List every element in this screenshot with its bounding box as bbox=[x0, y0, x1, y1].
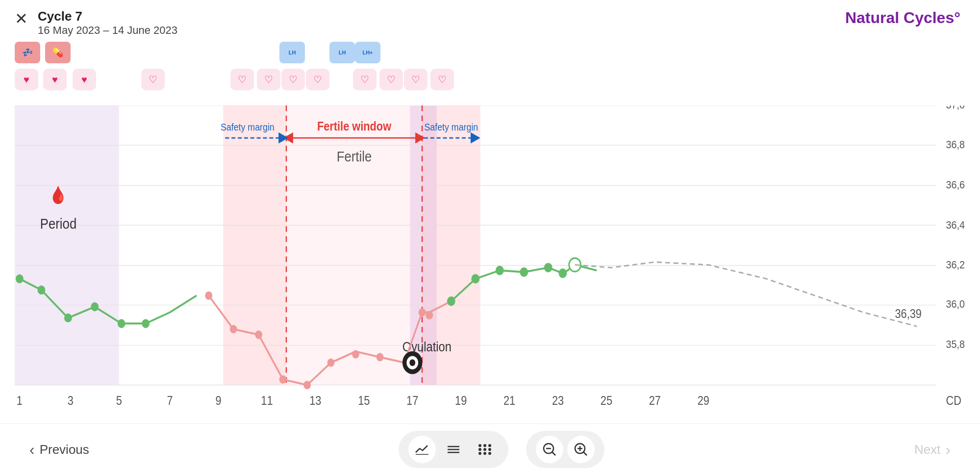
svg-point-25 bbox=[409, 359, 415, 366]
svg-point-31 bbox=[559, 269, 567, 278]
heart-6: ♡ bbox=[257, 69, 280, 90]
svg-point-28 bbox=[496, 266, 503, 275]
heart-12: ♡ bbox=[430, 69, 454, 90]
header-left: ✕ Cycle 7 16 May 2023 – 14 June 2023 bbox=[15, 9, 177, 37]
fertile-window-label: Fertile window bbox=[317, 120, 392, 133]
heart-5: ♡ bbox=[230, 69, 254, 90]
bar-chart-button[interactable] bbox=[440, 436, 467, 463]
svg-text:36,8: 36,8 bbox=[946, 138, 964, 151]
svg-point-17 bbox=[304, 381, 311, 389]
heart-4: ♡ bbox=[141, 69, 165, 90]
sleep-icon: 💤 bbox=[15, 42, 40, 63]
svg-point-26 bbox=[447, 297, 455, 306]
svg-point-69 bbox=[478, 448, 481, 451]
svg-point-38 bbox=[142, 319, 150, 328]
heart-10: ♡ bbox=[379, 69, 403, 90]
svg-text:17: 17 bbox=[406, 394, 418, 407]
toolbar: ‹ Previous bbox=[0, 423, 980, 475]
icons-area: 💤 💊 LH LH LH+ ♥ ♥ ♥ ♡ ♡ ♡ ♡ ♡ ♡ ♡ ♡ ♡ bbox=[0, 42, 980, 106]
cycle-date: 16 May 2023 – 14 June 2023 bbox=[38, 24, 177, 37]
svg-point-34 bbox=[37, 286, 45, 294]
svg-text:36,2: 36,2 bbox=[946, 258, 964, 271]
safety-margin-left-label: Safety margin bbox=[221, 122, 275, 132]
svg-point-67 bbox=[483, 444, 486, 447]
zoom-controls bbox=[526, 431, 604, 468]
zoom-out-button[interactable] bbox=[536, 436, 563, 463]
zoom-in-button[interactable] bbox=[567, 436, 595, 463]
svg-text:9: 9 bbox=[215, 394, 221, 407]
svg-point-30 bbox=[544, 263, 552, 272]
lh-badge-1: LH bbox=[279, 42, 305, 63]
svg-text:23: 23 bbox=[552, 394, 564, 407]
period-label: Period bbox=[40, 215, 76, 232]
svg-text:15: 15 bbox=[358, 394, 370, 407]
svg-point-66 bbox=[478, 444, 481, 447]
svg-text:29: 29 bbox=[698, 394, 709, 407]
previous-label[interactable]: Previous bbox=[40, 442, 89, 457]
svg-text:27: 27 bbox=[649, 394, 661, 407]
cycle-info: Cycle 7 16 May 2023 – 14 June 2023 bbox=[38, 9, 177, 37]
close-button[interactable]: ✕ bbox=[15, 11, 28, 26]
svg-text:11: 11 bbox=[261, 394, 273, 407]
svg-point-19 bbox=[352, 350, 359, 358]
svg-text:7: 7 bbox=[167, 394, 173, 407]
cycle-title: Cycle 7 bbox=[38, 9, 177, 24]
svg-point-21 bbox=[419, 309, 426, 317]
chevron-left-icon: ‹ bbox=[29, 441, 35, 459]
last-temp-label: 36,39 bbox=[895, 307, 922, 321]
safety-margin-right-label: Safety margin bbox=[424, 122, 478, 132]
svg-point-73 bbox=[483, 452, 486, 455]
app-container: ✕ Cycle 7 16 May 2023 – 14 June 2023 Nat… bbox=[0, 0, 980, 475]
svg-text:5: 5 bbox=[116, 394, 122, 407]
svg-point-18 bbox=[327, 359, 334, 367]
svg-point-35 bbox=[64, 314, 72, 322]
chart-container: Fertile window Safety margin Safety marg… bbox=[0, 106, 980, 419]
svg-point-16 bbox=[279, 375, 286, 383]
svg-point-27 bbox=[472, 274, 479, 283]
svg-point-74 bbox=[488, 452, 491, 455]
svg-text:19: 19 bbox=[455, 394, 467, 407]
svg-point-20 bbox=[377, 353, 383, 361]
heart-11: ♡ bbox=[404, 69, 427, 90]
svg-point-72 bbox=[478, 452, 481, 455]
svg-point-14 bbox=[230, 325, 237, 333]
svg-line-77 bbox=[552, 452, 555, 455]
chart-type-controls bbox=[399, 431, 508, 468]
header: ✕ Cycle 7 16 May 2023 – 14 June 2023 Nat… bbox=[0, 0, 980, 42]
svg-point-29 bbox=[520, 267, 528, 276]
chevron-right-icon: › bbox=[945, 441, 951, 459]
svg-text:CD: CD bbox=[946, 394, 961, 407]
heart-8: ♡ bbox=[306, 69, 329, 90]
line-chart-button[interactable] bbox=[408, 436, 436, 463]
lh-badge-3: LH+ bbox=[355, 42, 380, 63]
fertile-bg bbox=[286, 106, 422, 385]
fertile-label: Fertile bbox=[337, 148, 372, 164]
svg-point-68 bbox=[488, 444, 491, 447]
svg-text:13: 13 bbox=[309, 394, 321, 407]
pill-icon: 💊 bbox=[45, 42, 71, 63]
svg-text:21: 21 bbox=[503, 394, 515, 407]
svg-text:36,4: 36,4 bbox=[946, 218, 965, 231]
svg-point-71 bbox=[488, 448, 491, 451]
safety-left-bg bbox=[223, 106, 286, 385]
lh-badge-2: LH bbox=[329, 42, 355, 63]
svg-point-15 bbox=[255, 331, 262, 339]
svg-text:25: 25 bbox=[601, 394, 612, 407]
svg-text:36,6: 36,6 bbox=[946, 178, 964, 191]
heart-2: ♥ bbox=[43, 69, 67, 90]
svg-point-13 bbox=[205, 291, 212, 299]
svg-point-37 bbox=[118, 319, 126, 328]
svg-text:35,8: 35,8 bbox=[946, 338, 964, 351]
brand-logo: Natural Cycles° bbox=[845, 9, 960, 27]
heart-3: ♥ bbox=[73, 69, 96, 90]
period-bg bbox=[15, 106, 119, 385]
next-nav: Next › bbox=[914, 441, 951, 459]
heart-7: ♡ bbox=[281, 69, 305, 90]
svg-point-22 bbox=[426, 311, 433, 319]
next-label: Next bbox=[914, 442, 940, 457]
svg-point-70 bbox=[483, 448, 486, 451]
previous-nav[interactable]: ‹ Previous bbox=[29, 441, 89, 459]
heart-1: ♥ bbox=[15, 69, 38, 90]
drop-icon: 🩸 bbox=[49, 185, 67, 205]
scatter-chart-button[interactable] bbox=[471, 436, 499, 463]
